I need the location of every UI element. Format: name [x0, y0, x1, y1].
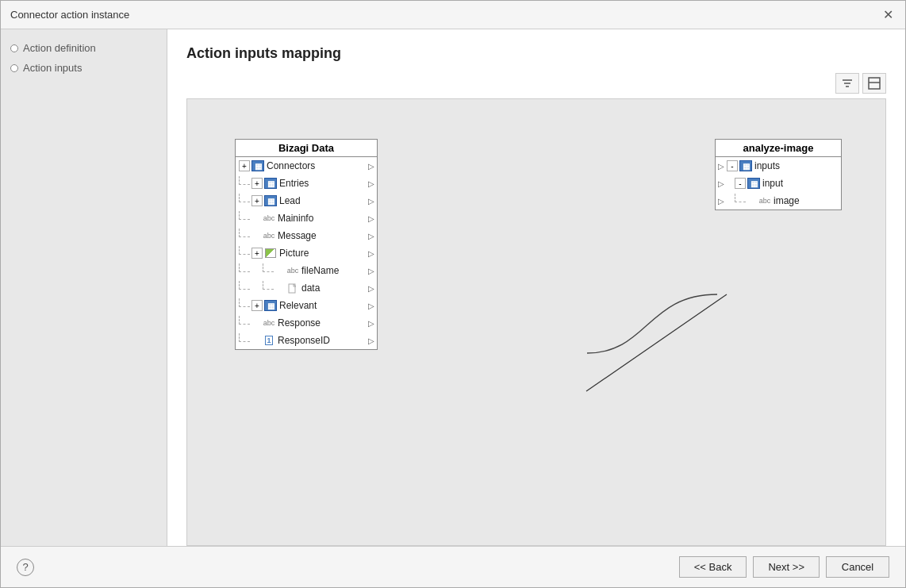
canvas-inner: Bizagi Data + ▦ Connectors ▷ — [187, 99, 885, 545]
filter-icon — [841, 77, 854, 90]
table-icon: ▦ — [264, 178, 277, 189]
table-icon: ▦ — [739, 160, 752, 171]
table-row: 1 ResponseID ▷ — [236, 332, 377, 349]
expand-icon[interactable]: - — [727, 160, 738, 171]
port-right: ▷ — [366, 317, 377, 329]
table-row: abc Message ▷ — [236, 227, 377, 244]
filter-button[interactable] — [835, 73, 859, 94]
expand-icon[interactable]: - — [735, 178, 746, 189]
table-icon: ▦ — [747, 178, 760, 189]
abc-icon: abc — [758, 195, 771, 206]
dialog: Connector action instance ✕ Action defin… — [0, 0, 906, 588]
table-row: abc Response ▷ — [236, 314, 377, 332]
abc-icon: abc — [263, 230, 275, 241]
abc-icon: abc — [286, 265, 299, 276]
dialog-title: Connector action instance — [10, 9, 129, 21]
expand-icon[interactable]: + — [251, 178, 263, 189]
page-title: Action inputs mapping — [186, 45, 886, 62]
port-right: ▷ — [366, 265, 377, 276]
table-row: + ▦ Connectors ▷ — [236, 157, 377, 175]
expand-icon[interactable]: + — [251, 195, 263, 206]
layout-icon — [868, 77, 881, 90]
int-icon: 1 — [263, 335, 275, 346]
footer: ? << Back Next >> Cancel — [1, 546, 905, 587]
table-row: + ▦ Lead ▷ — [236, 192, 377, 209]
svg-rect-3 — [869, 78, 880, 89]
port-right: ▷ — [366, 178, 377, 189]
bullet-icon — [10, 64, 18, 72]
sidebar: Action definition Action inputs — [1, 29, 167, 546]
table-row: + ▦ Relevant ▷ — [236, 297, 377, 314]
file-icon — [286, 282, 299, 294]
port-right: ▷ — [366, 282, 377, 294]
expand-icon[interactable]: + — [251, 248, 263, 259]
next-button[interactable]: Next >> — [753, 556, 820, 578]
port-right: ▷ — [366, 195, 377, 206]
expand-icon[interactable]: + — [251, 300, 263, 311]
table-icon: ▦ — [264, 300, 277, 311]
port-right: ▷ — [366, 160, 377, 171]
mapping-canvas: Bizagi Data + ▦ Connectors ▷ — [186, 98, 886, 546]
table-icon: ▦ — [251, 160, 264, 171]
port-right: ▷ — [366, 230, 377, 241]
svg-line-5 — [586, 294, 727, 391]
toolbar — [186, 73, 886, 94]
back-button[interactable]: << Back — [679, 556, 747, 578]
table-row: ▷ abc image — [716, 192, 841, 209]
abc-icon: abc — [263, 213, 275, 224]
bizagi-table-header: Bizagi Data — [236, 140, 377, 157]
table-row: + ▦ Entries ▷ — [236, 175, 377, 192]
port-right: ▷ — [366, 248, 377, 259]
table-row: ▷ - ▦ input — [716, 175, 841, 192]
svg-rect-6 — [289, 284, 295, 293]
img-icon — [264, 248, 277, 259]
analyze-table-header: analyze-image — [716, 140, 841, 157]
layout-button[interactable] — [862, 73, 886, 94]
content-area: Action definition Action inputs Action i… — [1, 29, 905, 546]
cancel-button[interactable]: Cancel — [826, 556, 889, 578]
table-row: abc fileName ▷ — [236, 262, 377, 279]
sidebar-item-label: Action inputs — [23, 62, 82, 74]
abc-icon: abc — [263, 317, 275, 329]
footer-buttons: << Back Next >> Cancel — [679, 556, 889, 578]
sidebar-item-label: Action definition — [23, 42, 96, 54]
bullet-icon — [10, 44, 18, 52]
port-right: ▷ — [366, 213, 377, 224]
help-button[interactable]: ? — [17, 559, 34, 576]
table-row: + Picture ▷ — [236, 244, 377, 262]
main-panel: Action inputs mapping — [167, 29, 905, 546]
title-bar: Connector action instance ✕ — [1, 1, 905, 29]
table-icon: ▦ — [264, 195, 277, 206]
port-left: ▷ — [716, 178, 727, 189]
port-right: ▷ — [366, 300, 377, 311]
close-button[interactable]: ✕ — [880, 7, 896, 23]
table-row: abc Maininfo ▷ — [236, 209, 377, 227]
analyze-image-table: analyze-image ▷ - ▦ inputs ▷ - — [715, 139, 842, 210]
sidebar-item-action-inputs[interactable]: Action inputs — [10, 62, 157, 74]
table-row: data ▷ — [236, 279, 377, 297]
expand-icon[interactable]: + — [239, 160, 250, 171]
port-left: ▷ — [716, 195, 727, 206]
port-right: ▷ — [366, 335, 377, 346]
port-left: ▷ — [716, 160, 727, 171]
sidebar-item-action-definition[interactable]: Action definition — [10, 42, 157, 54]
table-row: ▷ - ▦ inputs — [716, 157, 841, 175]
bizagi-data-table: Bizagi Data + ▦ Connectors ▷ — [235, 139, 378, 350]
